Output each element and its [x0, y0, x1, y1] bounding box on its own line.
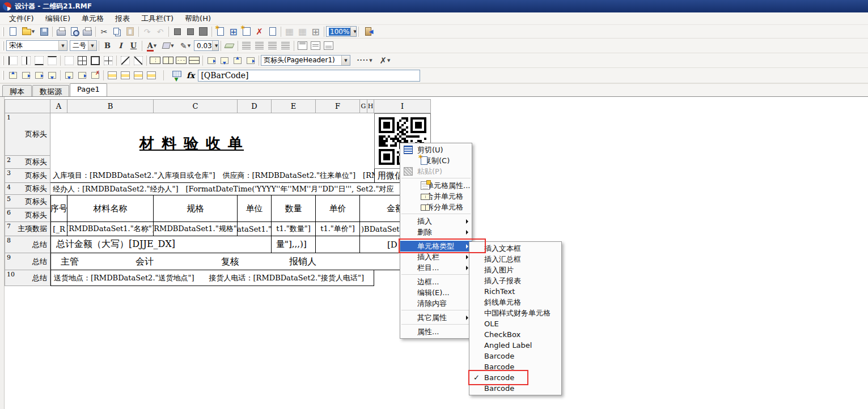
delivery-row-cell[interactable]: 送货地点：[RMDBDataSet2."送货地点"] 接货人电话：[RMDBDa…	[50, 270, 374, 286]
merge-rows-button[interactable]	[175, 54, 188, 66]
italic-button[interactable]: I	[114, 40, 127, 52]
delete-selection-button[interactable]: ✗▼	[375, 54, 395, 66]
split-down-button[interactable]	[62, 70, 75, 82]
insert-cell-right-button[interactable]	[205, 54, 218, 66]
total-label-cell[interactable]: 总计金额（大写）[DJJE_DX]	[50, 236, 272, 253]
split-columns-button[interactable]	[162, 54, 175, 66]
header-spec-cell[interactable]: 规格	[154, 195, 238, 222]
preview-data-button[interactable]: ▼	[170, 70, 184, 82]
menu-file[interactable]: 文件(F)	[3, 12, 40, 25]
toolbar-grip[interactable]	[2, 56, 4, 65]
chevron-down-icon[interactable]: ▼	[341, 56, 350, 65]
page-setup-button[interactable]	[81, 25, 94, 37]
font-color-button[interactable]: A▼	[144, 40, 160, 52]
align-center-button[interactable]	[253, 40, 266, 52]
font-size-combo[interactable]: 二号▼	[70, 40, 97, 51]
data-seq-cell[interactable]: [_R	[50, 222, 67, 236]
context-menu-item-cut[interactable]: 剪切(U)	[400, 144, 472, 155]
align-justify-button[interactable]	[279, 40, 292, 52]
context-menu-item-cell-properties[interactable]: 单元格属性...	[400, 180, 472, 191]
toolbar-grip[interactable]	[2, 27, 4, 36]
row-header-10[interactable]: 10总结	[5, 270, 50, 286]
context-menu-item-insert[interactable]: 插入	[400, 216, 472, 227]
context-menu-item-other-properties[interactable]: 其它属性	[400, 312, 472, 323]
fill-color-button[interactable]: ▼	[160, 40, 177, 52]
redo-button[interactable]: ↷	[141, 25, 154, 37]
menu-help[interactable]: 帮助(H)	[179, 12, 217, 25]
send-backward-button[interactable]	[184, 25, 197, 37]
delete-cell-button[interactable]	[88, 70, 101, 82]
chevron-down-icon[interactable]: ▼	[212, 41, 219, 50]
header-seq-cell[interactable]: 序号	[50, 195, 67, 222]
paste-button[interactable]	[124, 25, 137, 37]
submenu-item-5-[interactable]: 斜线单元格	[469, 297, 561, 308]
border-vertical-button[interactable]	[19, 54, 32, 66]
column-header-e[interactable]: E	[272, 100, 316, 113]
context-menu-item-edit[interactable]: 编辑(E)...	[400, 287, 472, 298]
chevron-down-icon[interactable]: ▼	[88, 41, 96, 50]
column-header-d[interactable]: D	[238, 100, 272, 113]
fill-region-button[interactable]	[197, 25, 210, 37]
valign-top-button[interactable]	[296, 40, 309, 52]
delete-object-button[interactable]: ✗	[253, 25, 266, 37]
cut-button[interactable]: ✂	[98, 25, 111, 37]
submenu-item-6-[interactable]: 中国样式财务单元格	[469, 308, 561, 318]
border-left-button[interactable]	[6, 54, 19, 66]
border-none-button[interactable]	[62, 54, 75, 66]
undo-button[interactable]: ↶	[154, 25, 167, 37]
underline-button[interactable]: U	[127, 40, 140, 52]
context-menu-item-merge-cells[interactable]: 合并单元格	[400, 191, 472, 202]
row-header-4[interactable]: 4页标头	[5, 183, 50, 195]
new-file-button[interactable]	[6, 25, 19, 37]
align-right-button[interactable]	[266, 40, 279, 52]
context-menu-item-insert-column[interactable]: 插入栏	[400, 252, 472, 262]
sheet-corner[interactable]	[5, 100, 50, 113]
band-layout-4-button[interactable]	[145, 70, 158, 82]
table-button[interactable]: ⊞	[227, 25, 240, 37]
font-name-combo[interactable]: 宋体▼	[6, 40, 67, 51]
row-header-7[interactable]: 7主项数据	[5, 222, 50, 236]
total-qty-cell[interactable]: 量"],,,)]	[272, 236, 316, 253]
insert-left-button[interactable]	[19, 70, 32, 82]
blank-page-button[interactable]	[266, 25, 279, 37]
shrink-cell-button[interactable]	[231, 54, 244, 66]
column-header-i[interactable]: I	[374, 100, 431, 113]
row-header-6[interactable]: 6页标头	[5, 208, 50, 222]
print-button[interactable]	[54, 25, 67, 37]
column-header-a[interactable]: A	[50, 100, 67, 113]
band-layout-2-button[interactable]	[118, 70, 132, 82]
grow-cell-button[interactable]	[244, 54, 257, 66]
submenu-item-3-[interactable]: 插入子报表	[469, 275, 561, 286]
bold-button[interactable]: B	[101, 40, 114, 52]
context-menu-item-columns[interactable]: 栏目...	[400, 262, 472, 273]
row-header-2[interactable]: 2页标头	[5, 156, 50, 169]
exit-button[interactable]: ◀	[361, 25, 378, 37]
diagonal-up-button[interactable]	[132, 54, 145, 66]
highlight-eraser-button[interactable]	[223, 40, 236, 52]
chevron-down-icon[interactable]: ▼	[350, 27, 357, 36]
data-qty-cell[interactable]: t1."数量"]	[272, 222, 316, 236]
context-menu-item-borders[interactable]: 边框...	[400, 276, 472, 287]
context-menu-item-copy[interactable]: 复制(C)	[400, 155, 472, 166]
row4-expression-cell[interactable]: 经办人：[RMDBDataSet2."经办人"] [FormatDateTime…	[50, 183, 431, 195]
column-header-f[interactable]: F	[316, 100, 360, 113]
row3-expression-cell[interactable]: 入库项目：[RMDBDataSet2."入库项目或仓库"] 供应商：[RMDBD…	[50, 169, 374, 183]
print-preview-button[interactable]	[67, 25, 81, 37]
menu-toolbars[interactable]: 工具栏(T)	[136, 12, 179, 25]
open-file-button[interactable]: ▼	[19, 25, 37, 37]
border-bottom-button[interactable]	[32, 54, 45, 66]
report-title-cell[interactable]: 材 料 验 收 单	[67, 113, 316, 156]
submenu-item-0-[interactable]: 插入文本框	[469, 243, 561, 254]
header-unit-cell[interactable]: 单位	[238, 195, 272, 222]
data-price-cell[interactable]: t1."单价"]	[316, 222, 360, 236]
insert-band-button[interactable]	[214, 25, 227, 37]
show-grid-button[interactable]: ▦	[283, 25, 296, 37]
border-inner-button[interactable]	[101, 54, 115, 66]
data-spec-cell[interactable]: [RMDBDataSet1."规格"]	[154, 222, 238, 236]
header-qty-cell[interactable]: 数量	[272, 195, 316, 222]
column-header-g[interactable]: G	[360, 100, 367, 113]
context-menu-item-paste[interactable]: 粘贴(P)	[400, 166, 472, 177]
insert-right-button[interactable]	[32, 70, 45, 82]
line-width-combo[interactable]: 0.03▼	[194, 40, 219, 51]
menu-edit[interactable]: 编辑(E)	[40, 12, 76, 25]
